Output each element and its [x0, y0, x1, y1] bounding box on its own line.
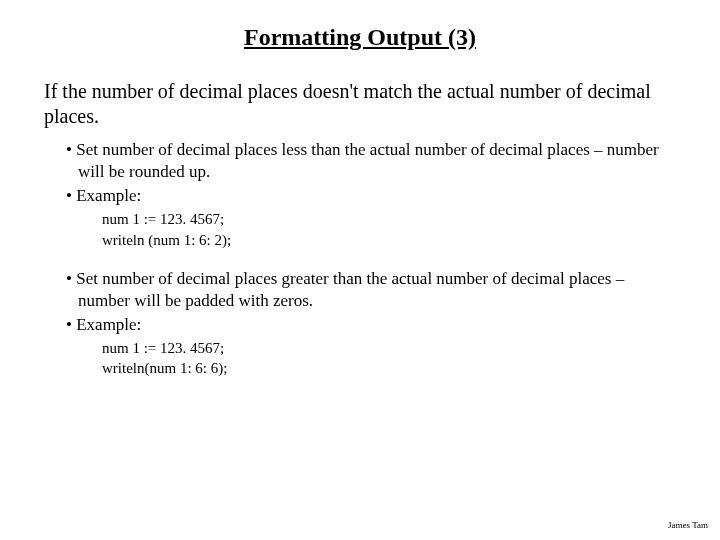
code-block-2: num 1 := 123. 4567; writeln(num 1: 6: 6)…	[44, 338, 676, 379]
code-block-1: num 1 := 123. 4567; writeln (num 1: 6: 2…	[44, 209, 676, 250]
slide-title: Formatting Output (3)	[44, 24, 676, 51]
bullet-item: Set number of decimal places less than t…	[66, 139, 676, 183]
code-line: writeln(num 1: 6: 6);	[102, 358, 676, 378]
footer-author: James Tam	[668, 520, 708, 530]
bullet-item: Example:	[66, 185, 676, 207]
code-line: writeln (num 1: 6: 2);	[102, 230, 676, 250]
code-line: num 1 := 123. 4567;	[102, 338, 676, 358]
intro-text: If the number of decimal places doesn't …	[44, 79, 676, 129]
code-line: num 1 := 123. 4567;	[102, 209, 676, 229]
bullet-list-2: Set number of decimal places greater tha…	[44, 268, 676, 336]
bullet-list-1: Set number of decimal places less than t…	[44, 139, 676, 207]
bullet-item: Example:	[66, 314, 676, 336]
bullet-item: Set number of decimal places greater tha…	[66, 268, 676, 312]
